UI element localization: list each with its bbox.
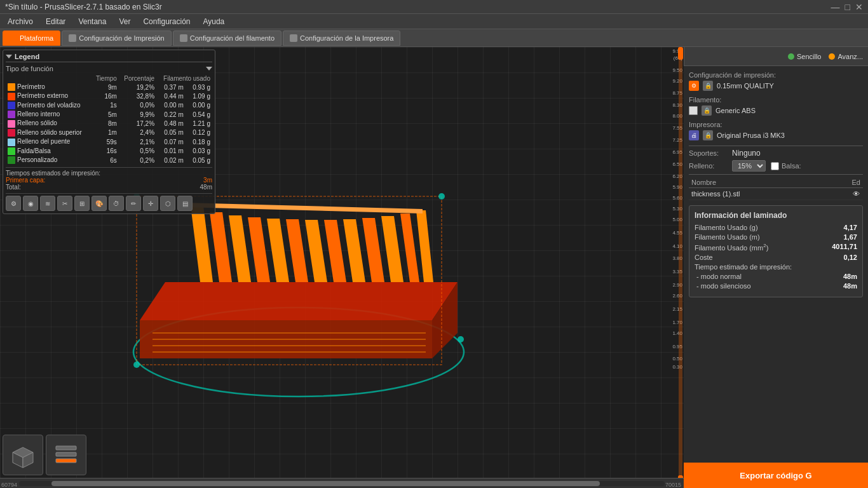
tab-impresora[interactable]: Configuración de la Impresora (283, 30, 400, 46)
horizontal-scrollbar[interactable] (0, 478, 684, 488)
nav-cube-3d[interactable] (3, 435, 43, 475)
minimize-btn[interactable]: — (831, 2, 840, 12)
legend-row-time: 59s (92, 137, 119, 146)
tool-btn-4[interactable]: ✂ (57, 196, 72, 211)
scale-value-10: 6.50 (672, 161, 682, 167)
plataforma-icon (10, 34, 17, 42)
col-nombre: Nombre (689, 177, 850, 188)
scale-value-24: 1.40 (672, 330, 682, 336)
scale-value-22: 2.15 (672, 306, 682, 312)
legend-row-fil2: 0.18 g (186, 137, 212, 146)
legend-title: Legend (15, 53, 39, 60)
svg-marker-17 (362, 218, 384, 282)
menu-configuracion[interactable]: Configuración (138, 16, 195, 27)
legend-row: Personalizado 6s 0,2% 0.02 m 0.05 g (6, 156, 212, 165)
filamento-value: Generic ABS (715, 107, 863, 114)
legend-collapse-icon[interactable] (6, 55, 12, 58)
filamento-section: Filamento: 🔒 Generic ABS (689, 96, 863, 116)
tool-btn-11[interactable]: ▤ (177, 196, 193, 211)
grid-background: Legend Tipo de función Tiempo Porcentaje… (0, 47, 684, 488)
tool-btn-8[interactable]: ✏ (126, 196, 141, 211)
legend-row-label: Relleno sólido (6, 119, 92, 128)
legend-row-time: 1m (92, 128, 119, 137)
balsa-text: Balsa: (782, 162, 801, 170)
col-porcentaje: Porcentaje (119, 74, 156, 83)
legend-row-pct: 9,9% (119, 110, 156, 119)
tool-btn-7[interactable]: ⏱ (109, 196, 124, 211)
color-swatch (8, 102, 15, 109)
tool-btn-10[interactable]: ⬡ (160, 196, 175, 211)
viewport[interactable]: Legend Tipo de función Tiempo Porcentaje… (0, 47, 684, 488)
legend-header[interactable]: Legend (6, 53, 212, 62)
times-title: Tiempos estimados de impresión: (6, 170, 212, 177)
menu-bar: Archivo Editar Ventana Ver Configuración… (0, 14, 868, 29)
svg-rect-31 (56, 452, 76, 456)
tab-filamento[interactable]: Configuración del filamento (173, 30, 281, 46)
col-ed: Ed (850, 177, 863, 188)
svg-point-26 (458, 336, 464, 342)
legend-row-time: 1s (92, 101, 119, 110)
legend-row-label: Perímetro (6, 83, 92, 92)
scroll-thumb[interactable] (51, 481, 600, 486)
scale-value-3: 9.20 (672, 78, 682, 84)
filamento-lock-icon: 🔒 (702, 105, 712, 116)
relleno-row: Relleno: 15% 20% 25% Balsa: (689, 160, 863, 172)
cube-3d-icon (8, 440, 38, 470)
total-label: Total: (6, 184, 21, 191)
svg-rect-30 (56, 446, 76, 450)
color-swatch (8, 83, 15, 91)
legend-row: Relleno interno 5m 9,9% 0.22 m 0.54 g (6, 110, 212, 119)
legend-times: Tiempos estimados de impresión: Primera … (6, 167, 212, 191)
tool-btn-6[interactable]: 🎨 (92, 196, 107, 211)
legend-row-label: Relleno interno (6, 110, 92, 119)
tab-impresora-label: Configuración de la Impresora (300, 34, 393, 42)
scale-value-20: 2.90 (672, 282, 682, 288)
scale-value-2: 9.50 (672, 67, 682, 73)
menu-editar[interactable]: Editar (41, 16, 71, 27)
table-row[interactable]: thickness (1).stl 👁 (689, 188, 863, 200)
balsa-checkbox[interactable] (771, 162, 779, 170)
lam-val-2: 4011,71 (832, 243, 857, 252)
scale-ruler-right: 9.95 (66) 9.50 9.20 8.75 8.30 8.00 7.55 … (661, 47, 684, 488)
menu-ventana[interactable]: Ventana (73, 16, 111, 27)
nav-cube-layers[interactable] (46, 435, 86, 475)
mode-avanz[interactable]: Avanz... (829, 53, 863, 60)
object-name: thickness (1).stl (689, 188, 850, 200)
menu-ayuda[interactable]: Ayuda (198, 16, 229, 27)
relleno-select[interactable]: 15% 20% 25% (732, 160, 766, 172)
color-swatch (8, 139, 15, 146)
tool-btn-9[interactable]: ✛ (143, 196, 158, 211)
legend-row: Perímetro 9m 19,2% 0.37 m 0.93 g (6, 83, 212, 92)
legend-type-dropdown-icon[interactable] (206, 67, 212, 71)
tab-impresion[interactable]: Configuración de Impresión (62, 30, 172, 46)
tool-btn-5[interactable]: ⊞ (74, 196, 90, 211)
config-impresion-value: 0.15mm QUALITY (717, 82, 863, 90)
scale-value-19: 3.35 (672, 269, 682, 274)
menu-archivo[interactable]: Archivo (3, 16, 38, 27)
close-btn[interactable]: ✕ (855, 2, 863, 12)
mode-sencillo[interactable]: Sencillo (788, 53, 822, 60)
tool-btn-2[interactable]: ◉ (23, 196, 38, 211)
scale-value-27: 0.30 (672, 364, 682, 370)
export-gcode-button[interactable]: Exportar código G (684, 463, 868, 488)
menu-ver[interactable]: Ver (114, 16, 135, 27)
maximize-btn[interactable]: □ (845, 2, 850, 12)
svg-marker-1 (140, 282, 458, 320)
scale-value-0: 9.95 (672, 48, 682, 54)
visibility-icon[interactable]: 👁 (850, 188, 863, 200)
sencillo-label: Sencillo (797, 53, 822, 60)
legend-row-label: Relleno del puente (6, 137, 92, 146)
app-title: *Sin título - PrusaSlicer-2.7.1 basado e… (5, 3, 162, 11)
tool-btn-3[interactable]: ≋ (40, 196, 55, 211)
config-impresion-row: ⚙ 🔒 0.15mm QUALITY (689, 81, 863, 91)
impresora-row: 🖨 🔒 Original Prusa i3 MK3 (689, 130, 863, 140)
svg-marker-18 (381, 216, 403, 282)
primera-capa-label: Primera capa: (6, 177, 45, 184)
legend-type-header: Tipo de función (6, 65, 212, 72)
tab-filamento-label: Configuración del filamento (190, 34, 275, 42)
legend-row-pct: 0,5% (119, 147, 156, 156)
tab-plataforma[interactable]: Plataforma (3, 30, 60, 46)
legend-row-fil2: 0.03 g (186, 147, 212, 156)
tool-btn-1[interactable]: ⚙ (6, 196, 21, 211)
legend-row-pct: 0,2% (119, 156, 156, 165)
